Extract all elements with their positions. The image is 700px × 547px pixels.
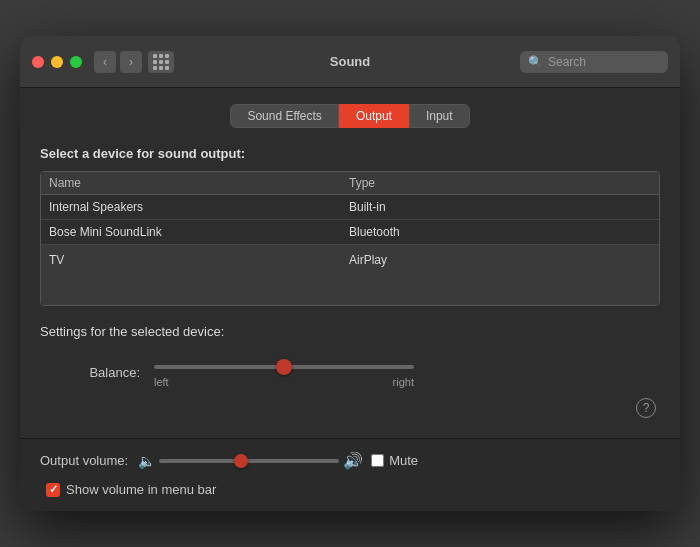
search-input[interactable] <box>548 55 660 69</box>
menu-bar-row: ✓ Show volume in menu bar <box>40 482 660 497</box>
balance-left-label: left <box>154 376 169 388</box>
device-type: AirPlay <box>349 253 651 267</box>
menu-bar-checkbox[interactable]: ✓ <box>46 483 60 497</box>
help-icon: ? <box>643 401 650 415</box>
titlebar: ‹ › Sound 🔍 <box>20 36 680 88</box>
maximize-button[interactable] <box>70 56 82 68</box>
balance-slider-labels: left right <box>154 376 414 388</box>
table-header: Name Type <box>41 172 659 195</box>
grid-view-button[interactable] <box>148 51 174 73</box>
balance-right-label: right <box>393 376 414 388</box>
balance-slider-container: left right <box>154 357 414 388</box>
column-header-name: Name <box>49 176 349 190</box>
close-button[interactable] <box>32 56 44 68</box>
traffic-lights <box>32 56 82 68</box>
main-content: Sound Effects Output Input Select a devi… <box>20 88 680 438</box>
balance-slider[interactable] <box>154 365 414 369</box>
volume-high-icon: 🔊 <box>343 451 363 470</box>
menu-bar-checkbox-label: Show volume in menu bar <box>66 482 216 497</box>
help-button-row: ? <box>40 398 660 418</box>
nav-buttons: ‹ › <box>94 51 142 73</box>
mute-area: Mute <box>371 453 418 468</box>
settings-heading: Settings for the selected device: <box>40 324 660 339</box>
balance-label: Balance: <box>60 365 140 380</box>
volume-label: Output volume: <box>40 453 128 468</box>
minimize-button[interactable] <box>51 56 63 68</box>
device-table: Name Type Internal Speakers Built-in Bos… <box>40 171 660 306</box>
forward-icon: › <box>129 55 133 69</box>
table-row[interactable]: TV AirPlay <box>41 245 659 305</box>
device-name: Internal Speakers <box>49 200 349 214</box>
grid-icon <box>153 54 169 70</box>
table-row[interactable]: Bose Mini SoundLink Bluetooth <box>41 220 659 245</box>
balance-row: Balance: left right <box>40 357 660 388</box>
tab-output[interactable]: Output <box>339 104 409 128</box>
volume-low-icon: 🔈 <box>138 453 155 469</box>
device-type: Bluetooth <box>349 225 651 239</box>
tab-bar: Sound Effects Output Input <box>40 104 660 128</box>
device-name: Bose Mini SoundLink <box>49 225 349 239</box>
table-row[interactable]: Internal Speakers Built-in <box>41 195 659 220</box>
main-window: ‹ › Sound 🔍 Sound Effects Output Input <box>20 36 680 511</box>
mute-checkbox[interactable] <box>371 454 384 467</box>
back-button[interactable]: ‹ <box>94 51 116 73</box>
column-header-type: Type <box>349 176 651 190</box>
volume-slider[interactable] <box>159 459 339 463</box>
forward-button[interactable]: › <box>120 51 142 73</box>
device-type: Built-in <box>349 200 651 214</box>
help-button[interactable]: ? <box>636 398 656 418</box>
device-name: TV <box>49 253 349 267</box>
search-bar: 🔍 <box>520 51 668 73</box>
mute-label: Mute <box>389 453 418 468</box>
search-icon: 🔍 <box>528 55 543 69</box>
device-section-heading: Select a device for sound output: <box>40 146 660 161</box>
volume-row: Output volume: 🔈 🔊 Mute <box>40 451 660 470</box>
tab-input[interactable]: Input <box>409 104 470 128</box>
bottom-bar: Output volume: 🔈 🔊 Mute ✓ Show volume in… <box>20 438 680 511</box>
window-title: Sound <box>330 54 370 69</box>
checkmark-icon: ✓ <box>49 484 58 495</box>
tab-sound-effects[interactable]: Sound Effects <box>230 104 339 128</box>
back-icon: ‹ <box>103 55 107 69</box>
